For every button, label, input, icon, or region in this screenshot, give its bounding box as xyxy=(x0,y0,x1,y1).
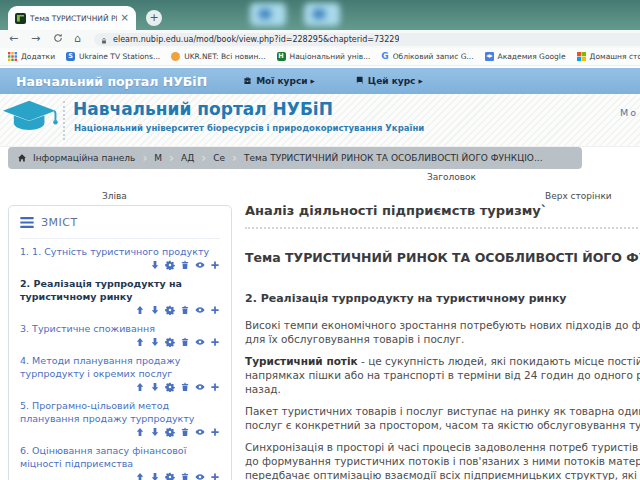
toc-item-actions xyxy=(20,382,220,393)
toc-item-link[interactable]: 5. Програмно-цільовий метод планування п… xyxy=(20,399,220,425)
eye-icon[interactable] xyxy=(195,427,205,438)
caret-right-icon: ▶ xyxy=(418,77,422,86)
eye-icon[interactable] xyxy=(195,260,205,271)
trash-icon[interactable] xyxy=(180,337,190,348)
text-line: напрямках пішки або на транспорті в терм… xyxy=(245,368,640,382)
bookmarks-bar: ДодаткиSUkraine TV Stations...UKR.NET: В… xyxy=(0,48,640,66)
gear-icon[interactable] xyxy=(165,382,175,393)
arrow-down-icon[interactable] xyxy=(150,472,160,480)
masthead-right-link[interactable]: Мо xyxy=(620,107,638,118)
ms-squares-icon xyxy=(577,52,586,61)
trash-icon[interactable] xyxy=(180,472,190,480)
home-icon[interactable] xyxy=(17,153,27,163)
breadcrumb-separator-icon: › xyxy=(142,152,147,164)
text-line: Синхронізація в просторі й часі процесів… xyxy=(245,440,640,454)
arrow-down-icon[interactable] xyxy=(150,337,160,348)
breadcrumb-item[interactable]: Інформаційна панель xyxy=(33,153,135,163)
toc-item-actions xyxy=(20,305,220,316)
tab-title: Тема ТУРИСТИЧНИЙ РИНОК ТА xyxy=(30,14,117,23)
scholar-cap-icon xyxy=(485,52,494,61)
bookmark-item[interactable]: SUkraine TV Stations... xyxy=(66,52,160,61)
browser-tab[interactable]: Тема ТУРИСТИЧНИЙ РИНОК ТА × xyxy=(8,6,136,30)
plus-icon[interactable] xyxy=(210,337,220,348)
forward-icon[interactable]: → xyxy=(31,32,40,46)
breadcrumb-item[interactable]: АД xyxy=(181,153,194,163)
new-tab-button[interactable]: + xyxy=(146,10,162,26)
toc-title: ЗМІСТ xyxy=(41,216,78,229)
breadcrumb-item[interactable]: М xyxy=(154,153,162,163)
trash-icon[interactable] xyxy=(180,427,190,438)
eye-icon[interactable] xyxy=(195,305,205,316)
region-label-left: Зліва xyxy=(102,191,127,201)
text-line: до формування туристичних потоків і пов'… xyxy=(245,454,640,468)
gear-icon[interactable] xyxy=(165,260,175,271)
menu-my-courses[interactable]: Мої курси ▶ xyxy=(243,76,315,87)
bookmark-item[interactable]: GОбліковий запис G... xyxy=(381,52,473,61)
text-line: послуг є конкретний за простором, часом … xyxy=(245,418,640,432)
content-paragraphs: Високі темпи економічного зростання потр… xyxy=(245,318,640,480)
arrow-up-icon[interactable] xyxy=(135,427,145,438)
reload-icon[interactable] xyxy=(53,33,63,47)
toc-item-actions xyxy=(20,472,220,480)
trash-icon[interactable] xyxy=(180,382,190,393)
back-icon[interactable]: ← xyxy=(9,32,18,46)
gear-icon[interactable] xyxy=(165,337,175,348)
plus-icon[interactable] xyxy=(210,427,220,438)
trash-icon[interactable] xyxy=(180,260,190,271)
trash-icon[interactable] xyxy=(180,305,190,316)
plus-icon[interactable] xyxy=(210,305,220,316)
gear-icon[interactable] xyxy=(165,427,175,438)
arrow-up-icon[interactable] xyxy=(135,382,145,393)
favicon-circle-icon xyxy=(171,52,180,61)
bookmark-item[interactable]: ННаціональний унів... xyxy=(277,52,371,61)
menu-label: Мої курси xyxy=(256,76,307,86)
gear-icon[interactable] xyxy=(165,472,175,480)
book-icon xyxy=(355,76,364,87)
divider xyxy=(63,101,65,140)
theme-blob xyxy=(304,3,340,26)
bookmark-label: Академия Google xyxy=(498,52,566,61)
bookmark-item[interactable]: Академия Google xyxy=(485,52,566,61)
text-line: для їх обслуговування товарів і послуг. xyxy=(245,332,640,346)
toc-item-link[interactable]: 2. Реалізація турпродукту на туристичном… xyxy=(20,277,220,303)
bookmark-item[interactable]: UKR.NET: Всі новин... xyxy=(171,52,265,61)
bookmark-item[interactable]: Домашня сторі xyxy=(577,52,640,61)
paragraph: Синхронізація в просторі й часі процесів… xyxy=(245,440,640,480)
gear-icon[interactable] xyxy=(165,305,175,316)
tab-close-icon[interactable]: × xyxy=(121,13,129,23)
site-favicon-icon xyxy=(15,13,26,24)
eye-icon[interactable] xyxy=(195,472,205,480)
breadcrumb-separator-icon: › xyxy=(232,152,237,164)
menu-this-course[interactable]: Цей курс ▶ xyxy=(355,76,423,87)
navbar-brand-link[interactable]: Навчальний портал НУБіП xyxy=(16,74,207,89)
address-bar[interactable]: elearn.nubip.edu.ua/mod/book/view.php?id… xyxy=(94,33,640,46)
toc-item-link[interactable]: 4. Методи планування продажу турпродукту… xyxy=(20,354,220,380)
briefcase-icon xyxy=(243,76,252,87)
arrow-down-icon[interactable] xyxy=(150,382,160,393)
arrow-up-icon[interactable] xyxy=(135,337,145,348)
toc-item-link[interactable]: 6. Оцінювання запасу фінансової міцності… xyxy=(20,444,220,470)
toc-item-actions xyxy=(20,427,220,438)
plus-icon[interactable] xyxy=(210,260,220,271)
toc-item-link[interactable]: 1. 1. Сутність туристичного продукту xyxy=(20,245,220,258)
plus-icon[interactable] xyxy=(210,472,220,480)
bookmark-label: Національний унів... xyxy=(290,52,371,61)
arrow-up-icon[interactable] xyxy=(135,472,145,480)
breadcrumb-item[interactable]: Се xyxy=(213,153,225,163)
bookmark-item[interactable]: Додатки xyxy=(8,52,55,61)
plus-icon[interactable] xyxy=(210,382,220,393)
toc-item-link[interactable]: 3. Туристичне споживання xyxy=(20,322,220,335)
arrow-down-icon[interactable] xyxy=(150,260,160,271)
browser-window: Тема ТУРИСТИЧНИЙ РИНОК ТА × + ← → ⌂ elea… xyxy=(0,0,640,480)
toc-item: 4. Методи планування продажу турпродукту… xyxy=(20,354,220,393)
arrow-up-icon[interactable] xyxy=(135,305,145,316)
bookmark-label: Домашня сторі xyxy=(590,52,640,61)
home-icon[interactable]: ⌂ xyxy=(74,32,81,46)
eye-icon[interactable] xyxy=(195,382,205,393)
arrow-down-icon[interactable] xyxy=(150,427,160,438)
arrow-down-icon[interactable] xyxy=(150,305,160,316)
portal-title-link[interactable]: Навчальний портал НУБіП xyxy=(73,99,333,119)
eye-icon[interactable] xyxy=(195,337,205,348)
toc-list: 1. 1. Сутність туристичного продукту2. Р… xyxy=(20,245,220,480)
toc-item: 2. Реалізація турпродукту на туристичном… xyxy=(20,277,220,316)
